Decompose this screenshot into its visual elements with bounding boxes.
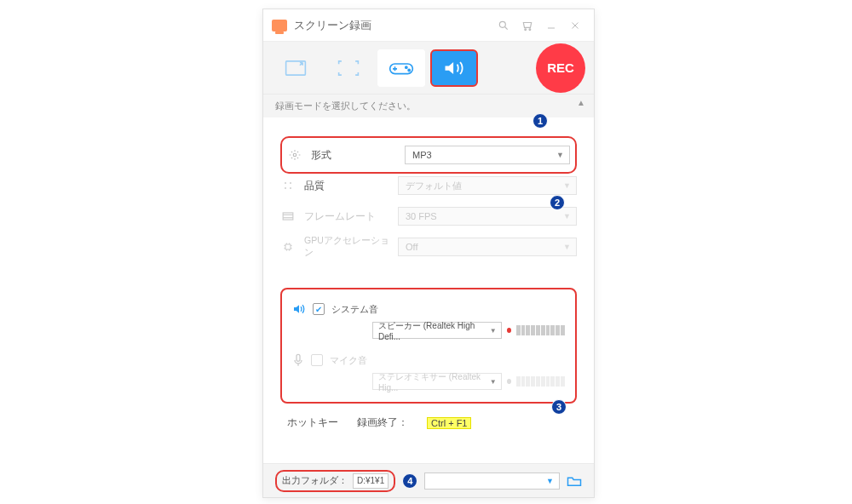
folder-icon[interactable]: [567, 475, 582, 487]
system-audio-meter: [516, 325, 565, 335]
chevron-down-icon: ▼: [490, 378, 497, 386]
chevron-down-icon: ▼: [563, 243, 571, 251]
audio-block: ✔ システム音 スピーカー (Realtek High Defi... ▼ マイ…: [280, 288, 577, 404]
film-icon: [280, 211, 296, 221]
mic-audio-checkbox[interactable]: [311, 354, 323, 366]
output-label: 出力フォルダ：: [282, 474, 348, 487]
annotation-badge-3: 3: [551, 399, 567, 415]
row-quality: 品質 デフォルト値 ▼: [280, 172, 577, 199]
hotkey-title: ホットキー: [287, 415, 338, 430]
output-path-field[interactable]: D:¥1¥1: [353, 473, 389, 489]
framerate-value: 30 FPS: [406, 211, 437, 221]
format-highlight-box: 形式 MP3 ▼: [280, 136, 577, 174]
mic-audio-device-value: ステレオミキサー (Realtek Hig...: [378, 371, 487, 392]
speaker-icon: [292, 303, 306, 315]
output-path-value: D:¥1¥1: [357, 476, 384, 485]
svg-rect-20: [296, 354, 300, 361]
svg-rect-16: [283, 213, 293, 220]
annotation-badge-2: 2: [550, 195, 565, 210]
mode-region-button[interactable]: [272, 49, 320, 87]
quality-select: デフォルト値 ▼: [398, 176, 577, 195]
chevron-down-icon: ▼: [556, 151, 564, 159]
output-bar: 出力フォルダ： D:¥1¥1 4 ▼: [263, 463, 594, 497]
mic-audio-device-select: ステレオミキサー (Realtek Hig... ▼: [372, 373, 502, 390]
gpu-select: Off ▼: [398, 238, 577, 256]
svg-point-9: [406, 66, 407, 68]
svg-point-15: [290, 187, 291, 189]
settings-panel: 形式 MP3 ▼ 品質 デフォルト値 ▼ フレームレート 3: [263, 117, 594, 272]
mode-audio-button[interactable]: [430, 49, 478, 87]
gear-icon: [287, 149, 302, 161]
app-window: スクリーン録画 REC 録画モードを選択してく: [262, 9, 595, 498]
grid-icon: [280, 180, 296, 191]
mode-game-button[interactable]: [377, 49, 425, 87]
chevron-down-icon: ▼: [490, 327, 497, 335]
row-framerate: フレームレート 30 FPS ▼: [280, 203, 577, 230]
format-label: 形式: [311, 148, 396, 163]
minimize-icon[interactable]: [539, 14, 563, 37]
chevron-down-icon: ▼: [563, 181, 571, 190]
app-icon: [272, 20, 287, 32]
svg-point-11: [293, 153, 296, 157]
format-select[interactable]: MP3 ▼: [405, 146, 570, 164]
system-audio-label: システム音: [331, 303, 378, 316]
microphone-icon: [292, 353, 304, 367]
recording-indicator-icon: [507, 328, 511, 333]
mode-bar: REC: [263, 42, 594, 94]
svg-rect-19: [285, 244, 291, 249]
svg-point-10: [408, 69, 410, 71]
svg-point-0: [499, 21, 505, 27]
svg-point-13: [290, 182, 291, 184]
row-format: 形式 MP3 ▼: [287, 141, 570, 169]
chip-icon: [280, 242, 296, 252]
mode-fullscreen-button[interactable]: [325, 49, 372, 87]
quality-value: デフォルト値: [406, 180, 462, 192]
system-audio-device-select[interactable]: スピーカー (Realtek High Defi... ▼: [372, 322, 502, 339]
cart-icon[interactable]: [515, 14, 539, 37]
svg-point-12: [285, 182, 286, 184]
quality-label: 品質: [304, 179, 389, 193]
app-title: スクリーン録画: [294, 18, 371, 33]
annotation-badge-4: 4: [402, 473, 417, 489]
svg-point-14: [285, 187, 286, 189]
chevron-down-icon: ▼: [546, 477, 554, 485]
framerate-select: 30 FPS ▼: [398, 207, 577, 226]
svg-point-2: [525, 28, 527, 30]
chevron-down-icon: ▼: [563, 212, 571, 220]
titlebar: スクリーン録画: [263, 9, 594, 42]
output-highlight-box: 出力フォルダ： D:¥1¥1: [275, 470, 395, 492]
system-audio-row: ✔ システム音: [292, 298, 565, 320]
annotation-badge-1: 1: [532, 113, 548, 129]
record-button[interactable]: REC: [536, 43, 585, 93]
collapse-icon[interactable]: ▲: [577, 98, 585, 107]
format-value: MP3: [412, 150, 432, 160]
recording-indicator-icon: [507, 379, 511, 384]
gpu-label: GPUアクセレーション: [304, 235, 389, 259]
mic-audio-meter: [516, 376, 565, 387]
system-audio-device-value: スピーカー (Realtek High Defi...: [378, 320, 487, 341]
row-gpu: GPUアクセレーション Off ▼: [280, 233, 577, 261]
mic-audio-label: マイク音: [330, 354, 367, 367]
record-button-label: REC: [547, 60, 574, 75]
mode-hint-text: 録画モードを選択してください。: [275, 100, 416, 111]
hotkey-end-label: 録画終了：: [357, 415, 408, 430]
svg-line-1: [505, 26, 508, 29]
svg-point-3: [529, 28, 531, 30]
hotkey-end-key: Ctrl + F1: [427, 417, 471, 429]
hotkey-row: ホットキー 録画終了： Ctrl + F1: [263, 410, 594, 442]
output-folder-select[interactable]: ▼: [424, 472, 560, 490]
close-icon[interactable]: [563, 14, 587, 37]
gpu-value: Off: [406, 242, 417, 252]
mic-audio-row: マイク音: [292, 349, 565, 371]
system-audio-checkbox[interactable]: ✔: [313, 303, 325, 315]
search-icon[interactable]: [492, 14, 515, 37]
framerate-label: フレームレート: [304, 209, 389, 224]
